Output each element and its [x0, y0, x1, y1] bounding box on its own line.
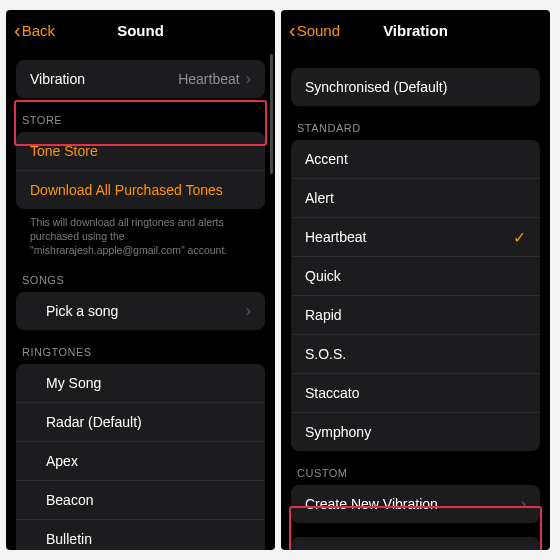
standard-row[interactable]: Rapid — [291, 295, 540, 334]
chevron-right-icon: › — [246, 70, 251, 88]
ringtone-label: My Song — [46, 375, 101, 391]
back-label: Back — [22, 22, 55, 39]
scroll-area: Synchronised (Default) STANDARD Accent A… — [281, 50, 550, 550]
back-label: Sound — [297, 22, 340, 39]
back-button[interactable]: ‹ Back — [14, 10, 55, 50]
nav-bar: ‹ Back Sound — [6, 10, 275, 50]
ringtone-label: Bulletin — [46, 531, 92, 547]
store-group: Tone Store Download All Purchased Tones — [16, 132, 265, 209]
standard-row[interactable]: Accent — [291, 140, 540, 178]
standard-row[interactable]: Quick — [291, 256, 540, 295]
phone-sound: ‹ Back Sound Vibration Heartbeat › STORE — [6, 10, 275, 550]
vibration-group: Vibration Heartbeat › — [16, 60, 265, 98]
ringtone-label: Beacon — [46, 492, 93, 508]
ringtone-row[interactable]: Bulletin — [16, 519, 265, 550]
standard-label: Quick — [305, 268, 341, 284]
tone-store-row[interactable]: Tone Store — [16, 132, 265, 170]
checkmark-icon: ✓ — [513, 228, 526, 247]
scroll-area: Vibration Heartbeat › STORE Tone Store D… — [6, 50, 275, 550]
standard-row-selected[interactable]: Heartbeat✓ — [291, 217, 540, 256]
back-button[interactable]: ‹ Sound — [289, 10, 340, 50]
sync-group: Synchronised (Default) — [291, 68, 540, 106]
standard-row[interactable]: S.O.S. — [291, 334, 540, 373]
ringtone-label: Radar (Default) — [46, 414, 142, 430]
phone-vibration: ‹ Sound Vibration Synchronised (Default)… — [281, 10, 550, 550]
ringtone-row[interactable]: Radar (Default) — [16, 402, 265, 441]
chevron-right-icon: › — [521, 495, 526, 513]
ringtone-row[interactable]: My Song — [16, 364, 265, 402]
standard-label: Rapid — [305, 307, 342, 323]
standard-label: S.O.S. — [305, 346, 346, 362]
scrollbar[interactable] — [270, 54, 273, 174]
download-all-row[interactable]: Download All Purchased Tones — [16, 170, 265, 209]
download-footnote: This will download all ringtones and ale… — [6, 209, 275, 258]
standard-label: Heartbeat — [305, 229, 366, 245]
standard-row[interactable]: Staccato — [291, 373, 540, 412]
chevron-left-icon: ‹ — [14, 20, 21, 40]
standard-label: Symphony — [305, 424, 371, 440]
standard-group: Accent Alert Heartbeat✓ Quick Rapid S.O.… — [291, 140, 540, 451]
store-header: STORE — [6, 98, 275, 132]
download-all-label: Download All Purchased Tones — [30, 182, 223, 198]
vibration-label: Vibration — [30, 71, 85, 87]
none-label: None — [305, 548, 338, 550]
custom-header: CUSTOM — [281, 451, 550, 485]
ringtones-group: My Song Radar (Default) Apex Beacon Bull… — [16, 364, 265, 550]
standard-header: STANDARD — [281, 106, 550, 140]
ringtone-label: Apex — [46, 453, 78, 469]
vibration-value: Heartbeat — [178, 71, 239, 87]
none-row[interactable]: None — [291, 537, 540, 550]
custom-group: Create New Vibration › — [291, 485, 540, 523]
standard-row[interactable]: Alert — [291, 178, 540, 217]
ringtones-header: RINGTONES — [6, 330, 275, 364]
nav-bar: ‹ Sound Vibration — [281, 10, 550, 50]
ringtone-row[interactable]: Beacon — [16, 480, 265, 519]
create-vibration-label: Create New Vibration — [305, 496, 438, 512]
vibration-row[interactable]: Vibration Heartbeat › — [16, 60, 265, 98]
page-title: Vibration — [383, 22, 448, 39]
pick-song-row[interactable]: Pick a song › — [16, 292, 265, 330]
chevron-right-icon: › — [246, 302, 251, 320]
sync-row[interactable]: Synchronised (Default) — [291, 68, 540, 106]
songs-header: SONGS — [6, 258, 275, 292]
create-vibration-row[interactable]: Create New Vibration › — [291, 485, 540, 523]
ringtone-row[interactable]: Apex — [16, 441, 265, 480]
sync-label: Synchronised (Default) — [305, 79, 447, 95]
page-title: Sound — [117, 22, 164, 39]
tone-store-label: Tone Store — [30, 143, 98, 159]
chevron-left-icon: ‹ — [289, 20, 296, 40]
songs-group: Pick a song › — [16, 292, 265, 330]
standard-label: Accent — [305, 151, 348, 167]
pick-song-label: Pick a song — [46, 303, 118, 319]
standard-label: Staccato — [305, 385, 359, 401]
none-group: None — [291, 537, 540, 550]
standard-row[interactable]: Symphony — [291, 412, 540, 451]
standard-label: Alert — [305, 190, 334, 206]
